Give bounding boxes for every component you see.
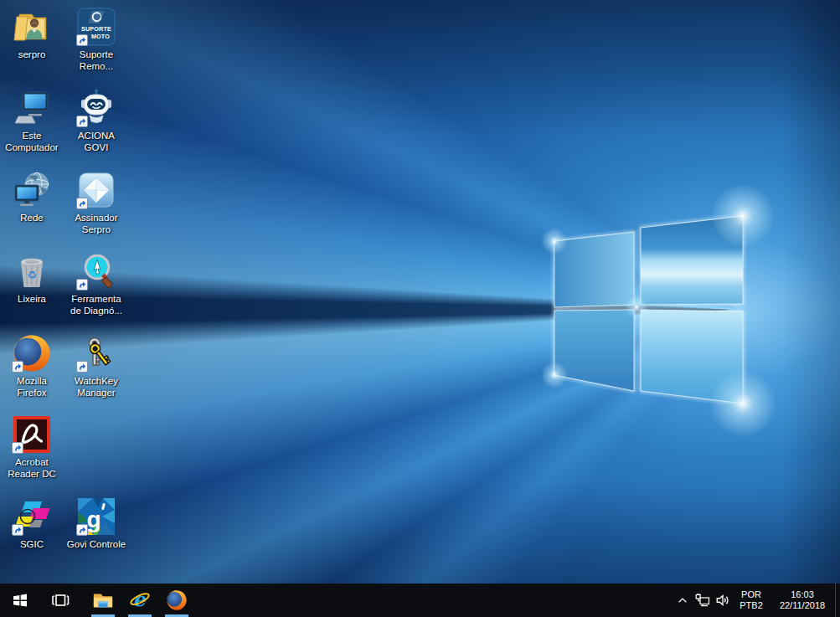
shortcut-arrow-icon: [76, 198, 88, 209]
shortcut-arrow-icon: [76, 279, 88, 291]
desktop-icon-acrobat-reader-dc[interactable]: Acrobat Reader DC: [0, 414, 64, 480]
volume-speaker-icon: [715, 593, 730, 608]
svg-text:g: g: [86, 506, 100, 532]
clock-time: 16:03: [791, 589, 814, 600]
show-desktop-button[interactable]: [835, 584, 840, 617]
svg-text:SUPORTE: SUPORTE: [81, 25, 111, 33]
network-tray-button[interactable]: [693, 584, 713, 617]
desktop-icon-suporte-remoto[interactable]: SUPORTE MOTO Suporte Remo...: [64, 7, 128, 72]
internet-explorer-icon: e: [129, 589, 151, 611]
desktop-icon-label: Acrobat Reader DC: [8, 457, 56, 480]
shortcut-arrow-icon: [12, 524, 23, 536]
desktop-icon-label: Mozilla Firefox: [17, 376, 47, 398]
keys-icon: [76, 333, 116, 373]
taskbar-pinned-apps: e: [85, 584, 195, 617]
sgic-icon: [12, 496, 52, 537]
desktop-icon-label: Ferramenta de Diagnó...: [70, 294, 122, 316]
shortcut-arrow-icon: [12, 361, 23, 373]
language-code: POR: [741, 589, 761, 600]
windows-start-icon: [12, 592, 28, 609]
language-indicator[interactable]: POR PTB2: [733, 584, 770, 617]
hidden-icons-button[interactable]: [673, 584, 693, 617]
svg-text:MOTO: MOTO: [91, 33, 110, 40]
desktop-icon-serpro[interactable]: serpro: [0, 7, 64, 61]
suporte-remoto-tile-icon: SUPORTE MOTO: [76, 7, 116, 47]
desktop-icon-ferramenta-de-diagnostico[interactable]: Ferramenta de Diagnó...: [64, 251, 128, 316]
desktop-icon-este-computador[interactable]: Este Computador: [0, 88, 64, 153]
start-button[interactable]: [0, 584, 40, 617]
desktop-icon-assinador-serpro[interactable]: Assinador Serpro: [64, 170, 128, 235]
clock[interactable]: 16:03 22/11/2018: [770, 584, 835, 617]
serpro-user-folder-icon: [12, 7, 52, 47]
firefox-icon: [12, 333, 52, 373]
govi-controle-icon: g: [76, 496, 116, 537]
task-view-button[interactable]: [40, 584, 80, 617]
file-explorer-icon: [92, 589, 114, 611]
desktop-icon-label: Assinador Serpro: [75, 213, 117, 235]
desktop-icon-label: SGIC: [20, 539, 44, 551]
network-ethernet-icon: [695, 593, 710, 608]
recycle-bin-icon: ♻: [12, 251, 52, 291]
diagnostic-magnifier-icon: [76, 251, 116, 291]
firefox-icon: [166, 589, 188, 611]
system-tray: POR PTB2 16:03 22/11/2018: [673, 584, 840, 617]
acrobat-reader-icon: [12, 414, 52, 455]
desktop-icon-mozilla-firefox[interactable]: Mozilla Firefox: [0, 333, 64, 398]
task-view-icon: [50, 590, 70, 610]
shortcut-arrow-icon: [76, 361, 88, 373]
assinador-diamond-icon: [76, 170, 116, 210]
network-globe-icon: [12, 170, 52, 210]
desktop-icon-label: ACIONA GOVI: [78, 131, 115, 153]
shortcut-arrow-icon: [12, 442, 23, 454]
desktop-icon-label: Rede: [20, 213, 44, 224]
desktop-icon-aciona-govi[interactable]: ACIONA GOVI: [64, 88, 128, 153]
windows-desktop-screen: serpro SUPORTE MOTO Suporte Remo...: [0, 0, 840, 617]
desktop-icon-label: serpro: [18, 49, 46, 61]
taskbar-internet-explorer-button[interactable]: e: [121, 584, 158, 617]
this-pc-icon: [12, 88, 52, 128]
keyboard-layout-code: PTB2: [740, 600, 763, 611]
windows-logo-wallpaper: [502, 167, 837, 444]
taskbar: e: [0, 584, 840, 617]
robot-icon: [76, 88, 116, 128]
shortcut-arrow-icon: [76, 524, 88, 536]
desktop-icon-label: Lixeira: [18, 294, 46, 306]
svg-text:♻: ♻: [27, 269, 37, 281]
desktop-icon-label: WatchKey Manager: [75, 376, 118, 398]
shortcut-arrow-icon: [76, 116, 88, 127]
taskbar-file-explorer-button[interactable]: [85, 584, 121, 617]
desktop-icon-watchkey-manager[interactable]: WatchKey Manager: [64, 333, 128, 398]
shortcut-arrow-icon: [76, 34, 88, 46]
desktop-icon-label: Este Computador: [5, 131, 58, 153]
desktop-icon-sgic[interactable]: SGIC: [0, 496, 64, 551]
desktop-icon-lixeira[interactable]: ♻ Lixeira: [0, 251, 64, 306]
volume-tray-button[interactable]: [713, 584, 733, 617]
desktop-icon-govi-controle[interactable]: g Govi Controle: [64, 496, 128, 551]
desktop-icon-rede[interactable]: Rede: [0, 170, 64, 224]
desktop-icon-label: Suporte Remo...: [80, 49, 113, 72]
taskbar-firefox-button[interactable]: [158, 584, 195, 617]
clock-date: 22/11/2018: [780, 600, 825, 611]
desktop-icon-label: Govi Controle: [67, 539, 126, 551]
chevron-up-icon: [677, 594, 688, 606]
